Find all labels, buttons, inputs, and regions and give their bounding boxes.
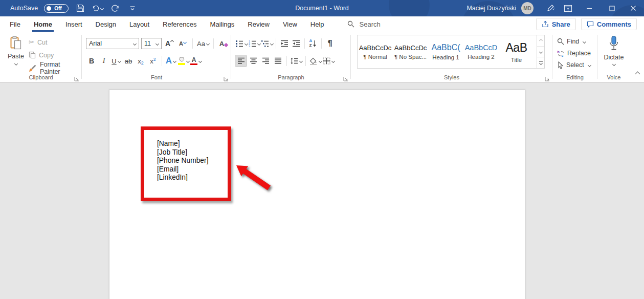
increase-indent-button[interactable] <box>291 38 302 49</box>
highlight-chevron[interactable] <box>186 59 190 62</box>
align-left-button[interactable] <box>235 55 247 67</box>
font-name-combo[interactable]: Arial <box>86 38 139 49</box>
find-chevron[interactable] <box>583 39 586 43</box>
search-input[interactable]: Search <box>347 16 381 32</box>
tab-help[interactable]: Help <box>304 16 331 32</box>
tab-home[interactable]: Home <box>27 16 59 32</box>
underline-button[interactable]: U <box>110 55 122 67</box>
maximize-button[interactable] <box>603 0 620 16</box>
grow-font-button[interactable]: A <box>164 38 175 49</box>
placeholder-line[interactable]: [Email] <box>157 165 228 174</box>
tab-review[interactable]: Review <box>241 16 276 32</box>
shrink-font-button[interactable]: A <box>177 38 188 49</box>
multilevel-list-button[interactable] <box>261 38 273 49</box>
borders-chevron[interactable] <box>331 59 335 62</box>
tab-insert[interactable]: Insert <box>59 16 89 32</box>
copy-button[interactable]: Copy <box>29 49 82 61</box>
avatar[interactable]: MD <box>521 2 534 14</box>
ribbon-display-options-icon[interactable] <box>559 0 576 16</box>
style-normal[interactable]: AaBbCcDc ¶ Normal <box>358 35 393 68</box>
underline-chevron[interactable] <box>118 59 121 62</box>
styles-scroll-up[interactable] <box>537 35 544 47</box>
multilevel-chevron[interactable] <box>270 41 274 45</box>
page[interactable]: [Name] [Job Title] [Phone Number] [Email… <box>109 90 525 299</box>
svg-text:3: 3 <box>249 45 250 48</box>
autosave-toggle[interactable]: Off <box>44 4 69 13</box>
line-spacing-chevron[interactable] <box>299 59 303 62</box>
contact-placeholder-block[interactable]: [Name] [Job Title] [Phone Number] [Email… <box>144 130 228 182</box>
bold-button[interactable]: B <box>86 55 97 67</box>
superscript-button[interactable]: x 2 <box>147 55 159 67</box>
share-button[interactable]: Share <box>536 18 576 30</box>
tab-design[interactable]: Design <box>89 16 123 32</box>
placeholder-line[interactable]: [Name] <box>157 140 228 148</box>
font-color-button[interactable]: A <box>190 55 202 67</box>
select-button[interactable]: Select <box>557 60 591 70</box>
close-button[interactable] <box>625 0 642 16</box>
show-hide-pilcrow-button[interactable]: ¶ <box>324 38 336 49</box>
decrease-indent-button[interactable] <box>279 38 290 49</box>
style-no-spacing[interactable]: AaBbCcDc ¶ No Spac... <box>393 35 428 68</box>
dictate-button[interactable]: Dictate <box>597 35 630 66</box>
align-right-button[interactable] <box>260 55 271 67</box>
format-painter-button[interactable]: Format Painter <box>29 62 82 74</box>
bullets-chevron[interactable] <box>245 41 248 45</box>
customize-toolbar-icon[interactable] <box>127 2 138 14</box>
styles-dialog-launcher-icon[interactable] <box>545 74 550 79</box>
paste-dropdown-chevron[interactable] <box>14 62 17 66</box>
italic-button[interactable]: I <box>98 55 109 67</box>
numbering-chevron[interactable] <box>257 41 261 45</box>
clear-formatting-button[interactable]: A <box>218 38 229 49</box>
find-button[interactable]: Find <box>557 36 586 47</box>
redo-icon[interactable] <box>109 2 121 14</box>
sort-button[interactable]: A Z <box>307 38 319 49</box>
tab-file[interactable]: File <box>3 16 27 32</box>
comments-button[interactable]: Comments <box>581 18 637 30</box>
font-color-chevron[interactable] <box>198 59 202 62</box>
tab-references[interactable]: References <box>156 16 203 32</box>
paste-button[interactable]: Paste <box>4 36 28 77</box>
style-heading1[interactable]: AaBbC( Heading 1 <box>428 35 463 68</box>
style-heading2[interactable]: AaBbCcD Heading 2 <box>463 35 499 68</box>
document-area[interactable]: [Name] [Job Title] [Phone Number] [Email… <box>0 82 644 299</box>
bullets-button[interactable] <box>235 38 248 49</box>
placeholder-line[interactable]: [Phone Number] <box>157 157 228 165</box>
placeholder-line[interactable]: [LinkedIn] <box>157 174 228 182</box>
line-spacing-button[interactable] <box>290 55 302 67</box>
text-effects-chevron[interactable] <box>173 59 176 62</box>
select-chevron[interactable] <box>588 63 591 67</box>
shading-chevron[interactable] <box>319 59 322 62</box>
font-size-combo[interactable]: 11 <box>141 38 162 49</box>
save-icon[interactable] <box>75 2 86 14</box>
collapse-ribbon-chevron[interactable] <box>636 69 639 78</box>
align-center-button[interactable] <box>248 55 259 67</box>
placeholder-line[interactable]: [Job Title] <box>157 148 228 157</box>
strikethrough-button[interactable]: ab <box>123 55 134 67</box>
tab-layout[interactable]: Layout <box>123 16 156 32</box>
tab-view[interactable]: View <box>276 16 304 32</box>
paragraph-dialog-launcher-icon[interactable] <box>343 74 348 79</box>
undo-icon[interactable] <box>92 2 103 14</box>
shading-button[interactable] <box>309 55 322 67</box>
share-icon <box>542 20 549 28</box>
subscript-button[interactable]: x 2 <box>135 55 146 67</box>
styles-more-button[interactable] <box>537 57 544 68</box>
user-name[interactable]: Maciej Duszyński <box>467 5 516 12</box>
dictate-chevron[interactable] <box>612 62 615 66</box>
borders-button[interactable] <box>323 55 335 67</box>
justify-button[interactable] <box>272 55 283 67</box>
minimize-button[interactable] <box>581 0 598 16</box>
undo-dropdown-chevron[interactable] <box>100 6 104 10</box>
change-case-button[interactable]: Aa <box>197 38 209 49</box>
style-title[interactable]: AaB Title <box>499 35 534 68</box>
text-effects-button[interactable]: A <box>165 55 176 67</box>
styles-scroll-down[interactable] <box>537 47 544 58</box>
cut-button[interactable]: ✂ Cut <box>29 36 82 48</box>
tab-mailings[interactable]: Mailings <box>204 16 241 32</box>
whats-new-pen-icon[interactable] <box>542 0 559 16</box>
font-dialog-launcher-icon[interactable] <box>224 74 229 79</box>
highlight-button[interactable] <box>177 55 189 67</box>
replace-button[interactable]: b c Replace <box>557 48 591 58</box>
clipboard-dialog-launcher-icon[interactable] <box>74 74 79 79</box>
numbering-button[interactable]: 123 <box>248 38 260 49</box>
